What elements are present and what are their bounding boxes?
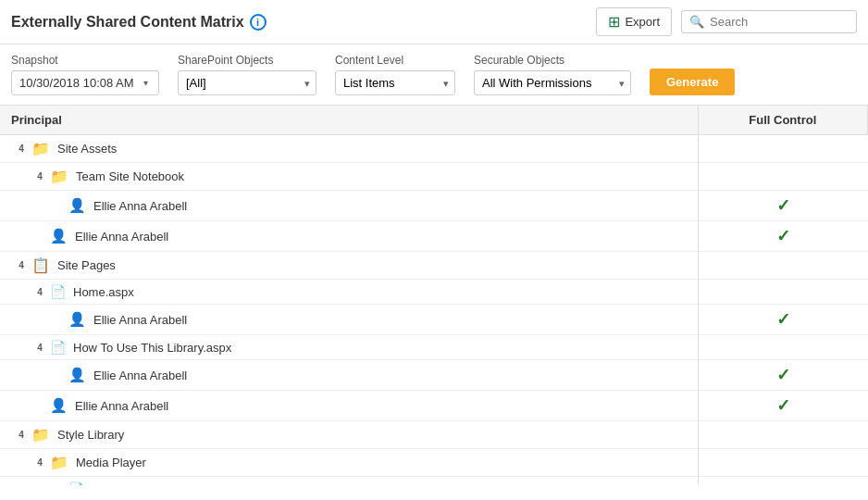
tree-item-label: Style Library	[57, 428, 124, 442]
folder-grid-icon: 📋	[31, 256, 50, 274]
full-control-cell	[698, 280, 867, 305]
securable-objects-control: Securable Objects All With Permissions	[474, 54, 631, 95]
tree-cell: 👤Ellie Anna Arabell	[7, 367, 690, 383]
snapshot-label: Snapshot	[11, 54, 159, 67]
securable-label: Securable Objects	[474, 54, 631, 67]
user-icon: 👤	[50, 228, 68, 244]
collapse-icon[interactable]: 4	[15, 259, 28, 272]
checkmark-icon: ✓	[776, 366, 790, 384]
search-input[interactable]	[710, 15, 849, 29]
collapse-icon[interactable]: 4	[33, 285, 46, 298]
sharepoint-objects-control: SharePoint Objects [All]	[178, 54, 316, 95]
content-table-container: Principal Full Control 4📁Site Assets4📁Te…	[0, 106, 868, 485]
full-control-cell	[698, 477, 867, 486]
principal-cell: 4📁Style Library	[0, 421, 698, 449]
full-control-cell: ✓	[698, 191, 867, 221]
content-level-select[interactable]: List Items	[335, 70, 455, 95]
content-level-select-wrapper: List Items	[335, 70, 455, 95]
full-control-cell	[698, 135, 867, 163]
full-control-cell: ✓	[698, 305, 867, 335]
tree-item-label: Media Player	[76, 456, 146, 469]
checkmark-icon: ✓	[776, 196, 790, 215]
expand-icon[interactable]: ▶	[52, 482, 65, 485]
principal-cell: 4📄How To Use This Library.aspx	[0, 335, 698, 360]
collapse-icon[interactable]: 4	[15, 429, 28, 442]
sharepoint-select-wrapper: [All]	[178, 70, 316, 95]
snapshot-dropdown[interactable]: 10/30/2018 10:08 AM ▾	[11, 70, 159, 95]
tree-cell: 4📋Site Pages	[7, 256, 690, 274]
tree-cell: 4📁Media Player	[7, 454, 690, 471]
generate-button[interactable]: Generate	[650, 69, 735, 95]
content-level-control: Content Level List Items	[335, 54, 455, 95]
collapse-icon[interactable]: 4	[33, 170, 46, 183]
table-row: 4📋Site Pages	[0, 252, 868, 280]
excel-icon: ⊞	[608, 13, 620, 31]
app-header: Externally Shared Content Matrix i ⊞ Exp…	[0, 0, 868, 44]
checkmark-icon: ✓	[776, 396, 790, 415]
folder-orange-icon: 📁	[50, 168, 68, 185]
collapse-icon[interactable]: 4	[15, 143, 28, 156]
folder-orange-icon: 📁	[31, 140, 50, 157]
principal-cell: 👤Ellie Anna Arabell	[0, 391, 698, 421]
collapse-icon[interactable]: 4	[33, 341, 46, 354]
tree-cell: 👤Ellie Anna Arabell	[7, 197, 690, 214]
snapshot-arrow-icon: ▾	[143, 78, 148, 88]
principal-cell: 4📁Media Player	[0, 449, 698, 477]
tree-cell: 👤Ellie Anna Arabell	[7, 311, 690, 328]
tree-item-label: Ellie Anna Arabell	[75, 230, 168, 244]
tree-cell: 4📄Home.aspx	[7, 284, 690, 299]
tree-cell: 4📄How To Use This Library.aspx	[7, 340, 690, 355]
snapshot-value: 10/30/2018 10:08 AM	[19, 76, 134, 90]
tree-cell: 👤Ellie Anna Arabell	[7, 397, 690, 414]
full-control-cell	[698, 335, 867, 360]
tree-item-label: Site Pages	[57, 258, 116, 272]
securable-select[interactable]: All With Permissions	[474, 70, 631, 95]
full-control-cell	[698, 252, 867, 280]
table-row: 4📄Home.aspx	[0, 280, 868, 305]
user-icon: 👤	[68, 311, 86, 328]
tree-item-label: Ellie Anna Arabell	[75, 399, 168, 413]
principal-cell: 👤Ellie Anna Arabell	[0, 221, 698, 252]
collapse-icon[interactable]: 4	[33, 456, 46, 469]
info-icon[interactable]: i	[250, 14, 267, 31]
tree-cell: 4📁Site Assets	[7, 140, 690, 157]
tree-cell: ▶📄AlternateMediaPlayer.xaml	[7, 481, 690, 485]
tree-cell: 4📁Team Site Notebook	[7, 168, 690, 185]
user-icon: 👤	[68, 367, 86, 383]
tree-item-label: Home.aspx	[73, 285, 134, 299]
table-row: 👤Ellie Anna Arabell✓	[0, 360, 868, 391]
table-row: 👤Ellie Anna Arabell✓	[0, 305, 868, 335]
tree-item-label: How To Use This Library.aspx	[73, 341, 231, 355]
export-button[interactable]: ⊞ Export	[596, 7, 672, 36]
principal-cell: ▶📄AlternateMediaPlayer.xaml	[0, 477, 698, 486]
tree-cell: 4📁Style Library	[7, 426, 690, 444]
tree-item-label: Team Site Notebook	[76, 169, 184, 183]
file-icon: 📄	[50, 284, 66, 299]
principal-cell: 👤Ellie Anna Arabell	[0, 360, 698, 391]
checkmark-icon: ✓	[776, 310, 790, 329]
table-row: 👤Ellie Anna Arabell✓	[0, 221, 868, 252]
principal-cell: 👤Ellie Anna Arabell	[0, 305, 698, 335]
checkmark-icon: ✓	[776, 227, 790, 245]
content-table: Principal Full Control 4📁Site Assets4📁Te…	[0, 106, 868, 485]
principal-cell: 4📄Home.aspx	[0, 280, 698, 305]
user-icon: 👤	[68, 197, 86, 214]
header-title-area: Externally Shared Content Matrix i	[11, 14, 596, 31]
sharepoint-select[interactable]: [All]	[178, 70, 316, 95]
table-row: 👤Ellie Anna Arabell✓	[0, 391, 868, 421]
search-icon: 🔍	[689, 15, 704, 29]
file-icon: 📄	[50, 340, 66, 355]
full-control-cell: ✓	[698, 391, 867, 421]
file-dark-icon: 📄	[68, 481, 84, 485]
full-control-cell	[698, 421, 867, 449]
principal-cell: 👤Ellie Anna Arabell	[0, 191, 698, 221]
folder-orange-icon: 📁	[31, 426, 50, 444]
content-level-label: Content Level	[335, 54, 455, 67]
tree-item-label: Ellie Anna Arabell	[93, 369, 187, 382]
full-control-cell: ✓	[698, 221, 867, 252]
full-control-cell: ✓	[698, 360, 867, 391]
securable-select-wrapper: All With Permissions	[474, 70, 631, 95]
tree-item-label: Ellie Anna Arabell	[93, 199, 187, 213]
snapshot-control: Snapshot 10/30/2018 10:08 AM ▾	[11, 54, 159, 95]
table-row: 4📁Site Assets	[0, 135, 868, 163]
